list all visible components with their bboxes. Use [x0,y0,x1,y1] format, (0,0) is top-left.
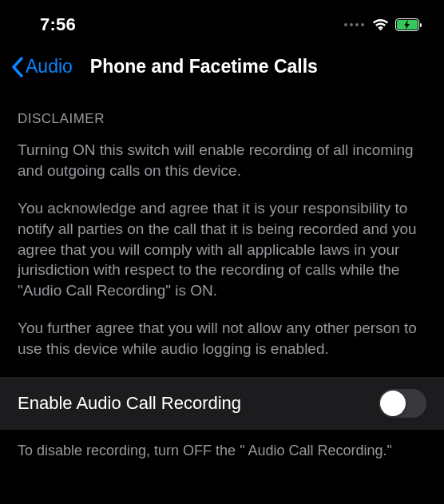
status-indicators [344,18,422,31]
nav-bar: Audio Phone and Facetime Calls [0,43,444,92]
chevron-left-icon [11,57,24,77]
battery-charging-icon [395,18,422,31]
signal-dots-icon [344,23,364,26]
back-label: Audio [26,56,73,77]
back-button[interactable]: Audio [11,56,73,77]
disclaimer-header: DISCLAIMER [18,111,426,127]
content-area: DISCLAIMER Turning ON this switch will e… [0,92,444,359]
wifi-icon [372,19,389,31]
setting-footer-text: To disable recording, turn OFF the " Aud… [0,430,444,471]
status-bar: 7:56 [0,0,444,43]
disclaimer-paragraph-2: You acknowledge and agree that it is you… [18,198,426,300]
enable-recording-row[interactable]: Enable Audio Call Recording [0,377,444,430]
enable-recording-label: Enable Audio Call Recording [18,393,241,414]
status-time: 7:56 [40,14,76,35]
toggle-knob [380,391,406,416]
disclaimer-paragraph-1: Turning ON this switch will enable recor… [18,140,426,181]
enable-recording-toggle[interactable] [379,389,426,418]
disclaimer-paragraph-3: You further agree that you will not allo… [18,318,426,359]
page-title: Phone and Facetime Calls [90,56,318,77]
